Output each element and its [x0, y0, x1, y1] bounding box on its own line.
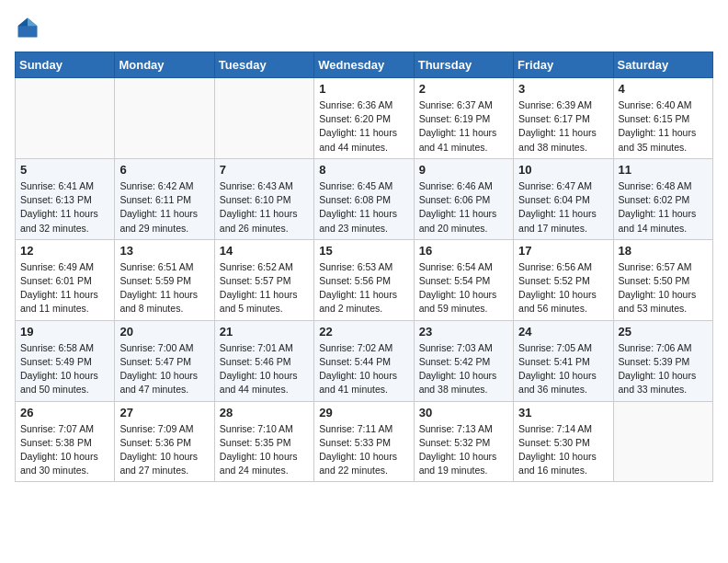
calendar-day-cell — [613, 401, 712, 482]
day-info: Sunrise: 6:54 AM Sunset: 5:54 PM Dayligh… — [419, 260, 508, 316]
day-number: 27 — [119, 406, 209, 419]
calendar-header-friday: Friday — [514, 52, 613, 78]
day-number: 30 — [419, 406, 508, 419]
day-info: Sunrise: 6:43 AM Sunset: 6:10 PM Dayligh… — [220, 179, 309, 236]
day-info: Sunrise: 6:36 AM Sunset: 6:20 PM Dayligh… — [319, 98, 408, 155]
day-number: 12 — [20, 244, 109, 258]
calendar-day-cell: 13Sunrise: 6:51 AM Sunset: 5:59 PM Dayli… — [115, 239, 214, 320]
calendar-day-cell: 27Sunrise: 7:09 AM Sunset: 5:36 PM Dayli… — [115, 401, 214, 482]
day-number: 16 — [419, 244, 508, 258]
day-info: Sunrise: 7:14 AM Sunset: 5:30 PM Dayligh… — [518, 422, 608, 478]
svg-marker-1 — [28, 18, 38, 27]
day-number: 20 — [119, 325, 209, 339]
calendar-week-row: 19Sunrise: 6:58 AM Sunset: 5:49 PM Dayli… — [16, 320, 713, 401]
day-info: Sunrise: 7:11 AM Sunset: 5:33 PM Dayligh… — [319, 422, 408, 478]
day-number: 25 — [619, 325, 708, 339]
day-info: Sunrise: 7:03 AM Sunset: 5:42 PM Dayligh… — [419, 341, 508, 397]
calendar-day-cell: 16Sunrise: 6:54 AM Sunset: 5:54 PM Dayli… — [414, 239, 513, 320]
day-number: 10 — [518, 163, 608, 177]
calendar-header-tuesday: Tuesday — [214, 52, 313, 78]
calendar-day-cell: 29Sunrise: 7:11 AM Sunset: 5:33 PM Dayli… — [314, 401, 414, 482]
calendar-day-cell: 20Sunrise: 7:00 AM Sunset: 5:47 PM Dayli… — [115, 320, 214, 401]
calendar-week-row: 1Sunrise: 6:36 AM Sunset: 6:20 PM Daylig… — [16, 78, 713, 159]
calendar-header-thursday: Thursday — [414, 52, 513, 78]
day-info: Sunrise: 7:05 AM Sunset: 5:41 PM Dayligh… — [518, 341, 608, 397]
calendar-day-cell: 3Sunrise: 6:39 AM Sunset: 6:17 PM Daylig… — [514, 78, 613, 159]
day-info: Sunrise: 6:52 AM Sunset: 5:57 PM Dayligh… — [220, 260, 309, 316]
calendar-day-cell: 15Sunrise: 6:53 AM Sunset: 5:56 PM Dayli… — [314, 239, 414, 320]
day-number: 3 — [518, 82, 608, 96]
day-info: Sunrise: 6:42 AM Sunset: 6:11 PM Dayligh… — [119, 179, 209, 236]
day-info: Sunrise: 7:01 AM Sunset: 5:46 PM Dayligh… — [220, 341, 309, 397]
calendar-day-cell: 7Sunrise: 6:43 AM Sunset: 6:10 PM Daylig… — [214, 158, 313, 239]
day-info: Sunrise: 6:53 AM Sunset: 5:56 PM Dayligh… — [319, 260, 408, 316]
calendar-day-cell: 4Sunrise: 6:40 AM Sunset: 6:15 PM Daylig… — [613, 78, 712, 159]
calendar-day-cell: 21Sunrise: 7:01 AM Sunset: 5:46 PM Dayli… — [214, 320, 313, 401]
calendar-header-sunday: Sunday — [16, 52, 115, 78]
day-info: Sunrise: 6:47 AM Sunset: 6:04 PM Dayligh… — [518, 179, 608, 236]
day-info: Sunrise: 6:56 AM Sunset: 5:52 PM Dayligh… — [518, 260, 608, 316]
calendar-header-wednesday: Wednesday — [314, 52, 414, 78]
logo-icon — [15, 15, 40, 40]
day-number: 6 — [119, 163, 209, 177]
day-info: Sunrise: 7:10 AM Sunset: 5:35 PM Dayligh… — [220, 422, 309, 478]
day-number: 2 — [419, 82, 508, 96]
calendar-day-cell: 30Sunrise: 7:13 AM Sunset: 5:32 PM Dayli… — [414, 401, 513, 482]
calendar-day-cell: 2Sunrise: 6:37 AM Sunset: 6:19 PM Daylig… — [414, 78, 513, 159]
day-number: 13 — [119, 244, 209, 258]
day-number: 11 — [619, 163, 708, 177]
calendar-day-cell: 25Sunrise: 7:06 AM Sunset: 5:39 PM Dayli… — [613, 320, 712, 401]
day-info: Sunrise: 6:48 AM Sunset: 6:02 PM Dayligh… — [619, 179, 708, 236]
day-info: Sunrise: 6:45 AM Sunset: 6:08 PM Dayligh… — [319, 179, 408, 236]
calendar-table: SundayMondayTuesdayWednesdayThursdayFrid… — [15, 52, 713, 482]
calendar-day-cell: 23Sunrise: 7:03 AM Sunset: 5:42 PM Dayli… — [414, 320, 513, 401]
calendar-day-cell: 9Sunrise: 6:46 AM Sunset: 6:06 PM Daylig… — [414, 158, 513, 239]
calendar-day-cell: 24Sunrise: 7:05 AM Sunset: 5:41 PM Dayli… — [514, 320, 613, 401]
day-number: 22 — [319, 325, 408, 339]
calendar-day-cell: 10Sunrise: 6:47 AM Sunset: 6:04 PM Dayli… — [514, 158, 613, 239]
day-number: 18 — [619, 244, 708, 258]
page-header — [15, 15, 713, 40]
calendar-week-row: 5Sunrise: 6:41 AM Sunset: 6:13 PM Daylig… — [16, 158, 713, 239]
calendar-day-cell: 22Sunrise: 7:02 AM Sunset: 5:44 PM Dayli… — [314, 320, 414, 401]
day-number: 28 — [220, 406, 309, 419]
day-number: 9 — [419, 163, 508, 177]
calendar-day-cell: 19Sunrise: 6:58 AM Sunset: 5:49 PM Dayli… — [16, 320, 115, 401]
calendar-day-cell — [115, 78, 214, 159]
day-info: Sunrise: 7:02 AM Sunset: 5:44 PM Dayligh… — [319, 341, 408, 397]
day-number: 24 — [518, 325, 608, 339]
day-info: Sunrise: 7:00 AM Sunset: 5:47 PM Dayligh… — [119, 341, 209, 397]
calendar-day-cell: 28Sunrise: 7:10 AM Sunset: 5:35 PM Dayli… — [214, 401, 313, 482]
calendar-day-cell: 14Sunrise: 6:52 AM Sunset: 5:57 PM Dayli… — [214, 239, 313, 320]
day-number: 8 — [319, 163, 408, 177]
calendar-header-row: SundayMondayTuesdayWednesdayThursdayFrid… — [16, 52, 713, 78]
calendar-day-cell: 26Sunrise: 7:07 AM Sunset: 5:38 PM Dayli… — [16, 401, 115, 482]
day-info: Sunrise: 6:51 AM Sunset: 5:59 PM Dayligh… — [119, 260, 209, 316]
day-number: 4 — [619, 82, 708, 96]
day-info: Sunrise: 7:09 AM Sunset: 5:36 PM Dayligh… — [119, 422, 209, 478]
calendar-day-cell: 8Sunrise: 6:45 AM Sunset: 6:08 PM Daylig… — [314, 158, 414, 239]
calendar-day-cell: 11Sunrise: 6:48 AM Sunset: 6:02 PM Dayli… — [613, 158, 712, 239]
calendar-day-cell — [214, 78, 313, 159]
day-info: Sunrise: 6:58 AM Sunset: 5:49 PM Dayligh… — [20, 341, 109, 397]
day-number: 26 — [20, 406, 109, 419]
calendar-day-cell: 17Sunrise: 6:56 AM Sunset: 5:52 PM Dayli… — [514, 239, 613, 320]
day-number: 29 — [319, 406, 408, 419]
day-number: 19 — [20, 325, 109, 339]
svg-marker-2 — [18, 18, 28, 27]
calendar-day-cell: 31Sunrise: 7:14 AM Sunset: 5:30 PM Dayli… — [514, 401, 613, 482]
day-info: Sunrise: 6:46 AM Sunset: 6:06 PM Dayligh… — [419, 179, 508, 236]
day-number: 5 — [20, 163, 109, 177]
logo — [15, 15, 44, 40]
day-info: Sunrise: 7:07 AM Sunset: 5:38 PM Dayligh… — [20, 422, 109, 478]
calendar-week-row: 12Sunrise: 6:49 AM Sunset: 6:01 PM Dayli… — [16, 239, 713, 320]
day-number: 23 — [419, 325, 508, 339]
day-number: 7 — [220, 163, 309, 177]
day-number: 31 — [518, 406, 608, 419]
day-number: 21 — [220, 325, 309, 339]
day-info: Sunrise: 6:37 AM Sunset: 6:19 PM Dayligh… — [419, 98, 508, 155]
day-info: Sunrise: 6:49 AM Sunset: 6:01 PM Dayligh… — [20, 260, 109, 316]
day-number: 15 — [319, 244, 408, 258]
calendar-header-monday: Monday — [115, 52, 214, 78]
calendar-week-row: 26Sunrise: 7:07 AM Sunset: 5:38 PM Dayli… — [16, 401, 713, 482]
